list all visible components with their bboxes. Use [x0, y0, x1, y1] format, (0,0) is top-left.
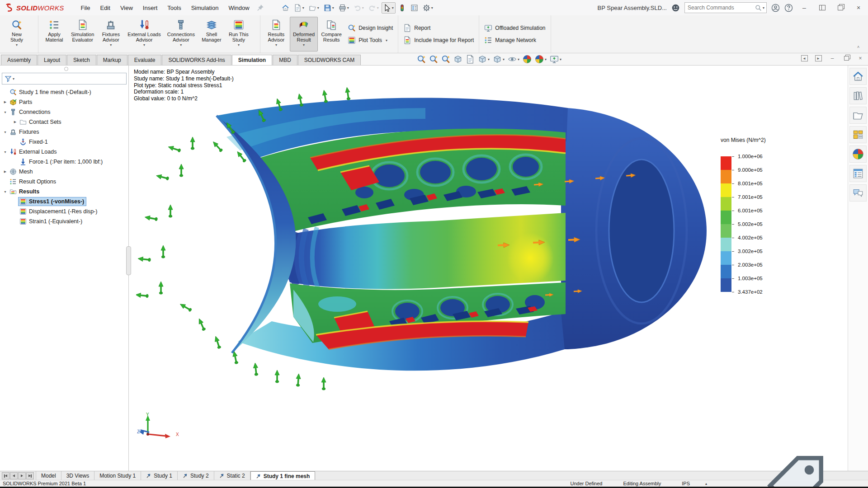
dropdown-caret-icon[interactable]: ▾ [16, 43, 18, 47]
dropdown-caret-icon[interactable]: ▾ [392, 6, 394, 10]
dropdown-caret-icon[interactable]: ▾ [303, 43, 305, 47]
filter-funnel-icon[interactable] [5, 75, 12, 82]
menu-item[interactable]: View [115, 2, 138, 14]
doc-close-button[interactable]: × [856, 55, 864, 62]
quick-access-button[interactable]: ▾ [337, 2, 351, 14]
command-tab[interactable]: SOLIDWORKS Add-Ins [162, 55, 231, 65]
ribbon-collapse-chevron[interactable]: ˄ [857, 45, 863, 50]
tree-filter-box[interactable]: ▾ [2, 73, 127, 84]
dropdown-caret-icon[interactable]: ▾ [545, 57, 547, 61]
dropdown-caret-icon[interactable]: ▾ [302, 6, 304, 10]
task-pane-button[interactable] [849, 68, 867, 85]
view-tool-button[interactable]: ▾ [492, 54, 505, 64]
tree-item[interactable]: Study 1 fine mesh (-Default-) [0, 87, 128, 97]
scroll-prev-button[interactable] [10, 472, 18, 479]
ribbon-button[interactable]: Deformed Result ▾ [290, 17, 318, 52]
view-tool-button[interactable]: ▾ [549, 54, 562, 64]
ribbon-button[interactable]: External Loads Advisor ▾ [124, 17, 164, 52]
menu-item[interactable]: Tools [162, 2, 186, 14]
ribbon-button[interactable]: Simulation Evaluator [68, 17, 97, 52]
view-tool-button[interactable] [428, 54, 439, 64]
tree-item[interactable]: Force-1 (:Per item: 1,000 lbf:) [0, 157, 128, 167]
filter-dropdown-caret-icon[interactable]: ▾ [13, 77, 14, 81]
view-tool-button[interactable] [440, 54, 451, 64]
tree-expand-arrow[interactable]: ▼ [2, 150, 8, 154]
dropdown-caret-icon[interactable]: ▾ [238, 43, 240, 47]
tree-expand-arrow[interactable]: ▶ [2, 100, 8, 104]
tree-item[interactable]: Strain1 (-Equivalent-) [0, 216, 128, 226]
menu-item[interactable]: Edit [95, 2, 115, 14]
ribbon-button[interactable]: Apply Material [41, 17, 68, 52]
graphics-viewport[interactable]: Model name: BP Spear AssemblyStudy name:… [129, 66, 848, 471]
study-tab[interactable]: Study 1 fine mesh [250, 471, 316, 480]
stress-model-3d-view[interactable] [136, 82, 710, 403]
command-tab[interactable]: MBD [273, 55, 297, 65]
help-icon[interactable] [784, 4, 793, 12]
view-tool-button[interactable] [416, 54, 427, 64]
view-tool-button[interactable] [522, 54, 533, 64]
tree-expand-arrow[interactable]: ▼ [2, 111, 8, 114]
panel-splitter-handle[interactable] [126, 246, 131, 275]
task-pane-button[interactable] [849, 165, 867, 182]
search-input[interactable] [687, 4, 755, 11]
quick-access-button[interactable] [396, 2, 408, 14]
dropdown-caret-icon[interactable]: ▾ [275, 43, 277, 47]
view-tool-button[interactable] [453, 54, 463, 64]
view-tool-button[interactable]: ▾ [534, 54, 547, 64]
tree-item[interactable]: ▶ Contact Sets [0, 117, 128, 127]
command-tab[interactable]: Evaluate [128, 55, 162, 65]
quick-access-button[interactable]: ▾ [352, 2, 366, 14]
quick-access-button[interactable]: ▾ [292, 2, 306, 14]
study-tab[interactable]: Static 2 [214, 471, 250, 480]
tree-item[interactable]: ▼ Fixtures [0, 127, 128, 137]
dropdown-caret-icon[interactable]: ▾ [362, 6, 364, 10]
tag-icon[interactable] [728, 450, 863, 488]
login-avatar-icon[interactable] [671, 4, 680, 12]
scroll-last-button[interactable] [26, 472, 34, 479]
ribbon-button[interactable]: Run This Study ▾ [225, 17, 252, 52]
tree-item[interactable]: Fixed-1 [0, 137, 128, 147]
dropdown-caret-icon[interactable]: ▾ [317, 6, 319, 10]
ribbon-button[interactable]: Compare Results [318, 17, 345, 52]
user-account-icon[interactable] [771, 4, 780, 12]
menu-item[interactable]: Simulation [186, 2, 224, 14]
ribbon-stack-button[interactable]: Design Insight [348, 24, 393, 32]
doc-minimize-button[interactable]: – [828, 55, 836, 62]
dropdown-caret-icon[interactable]: ▾ [143, 43, 145, 47]
task-pane-button[interactable] [849, 87, 867, 104]
study-tab[interactable]: Study 1 [141, 471, 178, 480]
command-tab[interactable]: SOLIDWORKS CAM [298, 55, 361, 65]
study-tab[interactable]: Motion Study 1 [94, 471, 141, 480]
ribbon-stack-button[interactable]: Include Image for Report [403, 36, 474, 44]
scroll-first-button[interactable] [2, 472, 9, 479]
quick-access-button[interactable] [280, 2, 291, 14]
quick-access-button[interactable]: ▾ [421, 2, 435, 14]
ribbon-stack-button[interactable]: Offloaded Simulation [484, 24, 545, 32]
dropdown-caret-icon[interactable]: ▾ [488, 57, 490, 61]
quick-access-button[interactable]: ▾ [367, 2, 381, 14]
ribbon-stack-button[interactable]: Report [403, 24, 474, 32]
units-caret-icon[interactable]: ▴ [705, 482, 707, 486]
ribbon-button[interactable]: Fixtures Advisor ▾ [97, 17, 124, 52]
collapse-pane-left-button[interactable]: ◄ [800, 55, 808, 62]
doc-restore-button[interactable] [842, 55, 850, 62]
ribbon-stack-button[interactable]: Plot Tools ▾ [348, 36, 393, 44]
study-tab[interactable]: 3D Views [61, 471, 94, 480]
study-tab[interactable]: Model [36, 471, 61, 480]
task-pane-button[interactable] [849, 126, 867, 143]
tree-expand-arrow[interactable]: ▼ [2, 131, 8, 134]
search-icon[interactable] [755, 5, 762, 11]
dropdown-caret-icon[interactable]: ▾ [386, 38, 387, 42]
command-tab[interactable]: Assembly [1, 55, 37, 65]
study-tab[interactable]: Study 2 [178, 471, 214, 480]
task-pane-button[interactable] [849, 107, 867, 124]
tree-item[interactable]: ▼ Results [0, 187, 128, 197]
view-tool-button[interactable]: ▾ [477, 54, 491, 64]
dropdown-caret-icon[interactable]: ▾ [560, 57, 561, 61]
quick-access-button[interactable]: ▾ [382, 2, 396, 14]
split-layout-button[interactable] [816, 2, 829, 13]
dropdown-caret-icon[interactable]: ▾ [180, 43, 182, 47]
scroll-next-button[interactable] [18, 472, 26, 479]
command-tab[interactable]: Layout [38, 55, 66, 65]
ribbon-button[interactable]: Connections Advisor ▾ [164, 17, 198, 52]
